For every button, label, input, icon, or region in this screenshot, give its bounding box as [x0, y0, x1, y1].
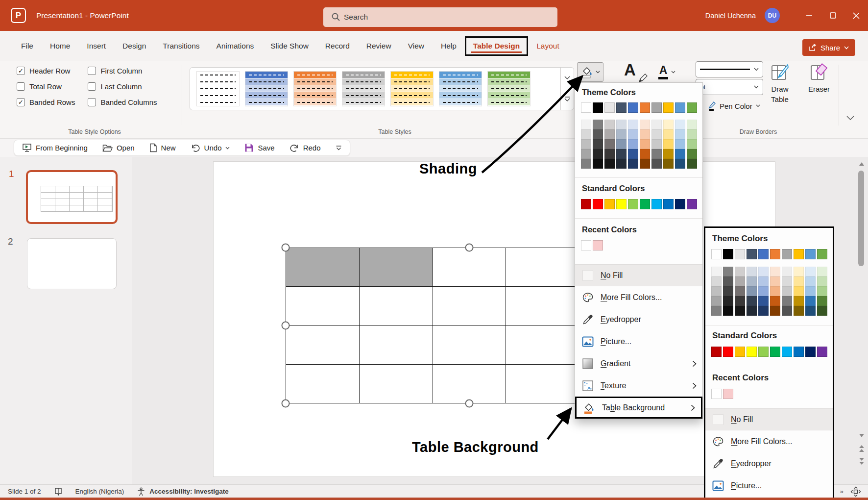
- color-variant-swatch[interactable]: [770, 286, 780, 296]
- color-variant-swatch[interactable]: [640, 129, 650, 139]
- color-swatch[interactable]: [628, 199, 638, 209]
- table-style-themed-style-accent-4[interactable]: [390, 71, 434, 106]
- color-swatch[interactable]: [616, 199, 627, 209]
- table-style-themed-style-accent-2[interactable]: [293, 71, 337, 106]
- color-variant-swatch[interactable]: [687, 159, 697, 169]
- color-variant-swatch[interactable]: [747, 267, 757, 276]
- scroll-down-icon[interactable]: [859, 433, 865, 438]
- checkbox-unchecked-icon[interactable]: [88, 67, 96, 75]
- color-variant-swatch[interactable]: [663, 129, 674, 139]
- color-variant-swatch[interactable]: [593, 120, 603, 129]
- tab-animations[interactable]: Animations: [208, 38, 263, 54]
- checkbox-last-column[interactable]: Last Column: [88, 82, 157, 91]
- color-variant-swatch[interactable]: [747, 276, 757, 286]
- color-swatch[interactable]: [581, 240, 591, 250]
- color-variant-swatch[interactable]: [593, 139, 603, 149]
- color-variant-swatch[interactable]: [616, 159, 627, 169]
- gallery-scroll-down-icon[interactable]: [564, 76, 570, 80]
- menu-item-texture[interactable]: Texture: [575, 375, 702, 397]
- redo-button[interactable]: Redo: [289, 144, 321, 152]
- color-variant-swatch[interactable]: [747, 306, 757, 316]
- table-handle-top-left[interactable]: [282, 244, 290, 252]
- color-variant-swatch[interactable]: [735, 306, 745, 316]
- color-variant-swatch[interactable]: [687, 129, 697, 139]
- color-variant-swatch[interactable]: [628, 129, 638, 139]
- color-variant-swatch[interactable]: [735, 276, 745, 286]
- color-variant-swatch[interactable]: [817, 267, 827, 276]
- tab-layout[interactable]: Layout: [528, 38, 568, 54]
- collapse-ribbon-icon[interactable]: [846, 116, 854, 121]
- fit-slide-to-window-icon[interactable]: [850, 486, 861, 497]
- color-variant-swatch[interactable]: [628, 149, 638, 159]
- color-variant-swatch[interactable]: [711, 306, 722, 316]
- table-cell[interactable]: [433, 287, 506, 325]
- color-variant-swatch[interactable]: [805, 296, 816, 306]
- color-swatch[interactable]: [770, 347, 780, 357]
- color-variant-swatch[interactable]: [723, 296, 733, 306]
- scrollbar-thumb[interactable]: [858, 171, 864, 266]
- color-variant-swatch[interactable]: [581, 139, 591, 149]
- color-variant-swatch[interactable]: [628, 120, 638, 129]
- color-swatch[interactable]: [747, 249, 757, 259]
- color-variant-swatch[interactable]: [687, 120, 697, 129]
- color-swatch[interactable]: [794, 249, 804, 259]
- color-variant-swatch[interactable]: [817, 306, 827, 316]
- color-swatch[interactable]: [758, 249, 769, 259]
- color-variant-swatch[interactable]: [758, 276, 769, 286]
- color-swatch[interactable]: [723, 347, 733, 357]
- color-variant-swatch[interactable]: [628, 159, 638, 169]
- color-variant-swatch[interactable]: [640, 159, 650, 169]
- color-variant-swatch[interactable]: [723, 286, 733, 296]
- color-swatch[interactable]: [711, 389, 722, 399]
- tab-table-design[interactable]: Table Design: [465, 36, 528, 56]
- color-variant-swatch[interactable]: [663, 120, 674, 129]
- table-cell[interactable]: [360, 326, 433, 365]
- color-variant-swatch[interactable]: [758, 306, 769, 316]
- slide-indicator[interactable]: Slide 1 of 2: [8, 488, 41, 495]
- menu-item-more-fill-colors[interactable]: More Fill Colors...: [705, 430, 833, 452]
- color-variant-swatch[interactable]: [735, 286, 745, 296]
- color-swatch[interactable]: [640, 199, 650, 209]
- tab-design[interactable]: Design: [114, 38, 154, 54]
- color-variant-swatch[interactable]: [640, 149, 650, 159]
- table-cell[interactable]: [433, 326, 506, 365]
- draw-table-button[interactable]: Draw Table: [765, 63, 795, 104]
- tab-slide-show[interactable]: Slide Show: [262, 38, 317, 54]
- eraser-button[interactable]: Eraser: [804, 63, 834, 94]
- color-swatch[interactable]: [581, 102, 591, 113]
- table-handle-top-center[interactable]: [465, 244, 474, 252]
- table-cell[interactable]: [506, 287, 579, 325]
- color-variant-swatch[interactable]: [782, 276, 792, 286]
- table-cell[interactable]: [506, 365, 579, 403]
- shading-button[interactable]: [577, 62, 603, 82]
- search-input[interactable]: Search: [323, 7, 557, 27]
- color-swatch[interactable]: [817, 249, 827, 259]
- color-variant-swatch[interactable]: [593, 149, 603, 159]
- menu-item-more-fill-colors[interactable]: More Fill Colors...: [575, 286, 702, 308]
- checkbox-first-column[interactable]: First Column: [88, 67, 157, 75]
- color-variant-swatch[interactable]: [604, 149, 615, 159]
- checkbox-unchecked-icon[interactable]: [17, 82, 25, 91]
- color-variant-swatch[interactable]: [581, 120, 591, 129]
- color-swatch[interactable]: [593, 102, 603, 113]
- color-variant-swatch[interactable]: [640, 120, 650, 129]
- tab-review[interactable]: Review: [358, 38, 400, 54]
- color-swatch[interactable]: [711, 347, 722, 357]
- table-style-themed-style-accent-1[interactable]: [245, 71, 288, 106]
- color-variant-swatch[interactable]: [735, 296, 745, 306]
- color-swatch[interactable]: [593, 199, 603, 209]
- font-color-button[interactable]: A: [658, 65, 675, 79]
- table-cell[interactable]: [433, 248, 506, 287]
- color-swatch[interactable]: [735, 249, 745, 259]
- menu-item-picture[interactable]: Picture...: [575, 330, 702, 352]
- color-variant-swatch[interactable]: [770, 296, 780, 306]
- color-variant-swatch[interactable]: [805, 267, 816, 276]
- color-swatch[interactable]: [723, 249, 733, 259]
- color-variant-swatch[interactable]: [604, 120, 615, 129]
- table-cell[interactable]: [286, 248, 360, 287]
- color-variant-swatch[interactable]: [675, 149, 685, 159]
- color-variant-swatch[interactable]: [723, 306, 733, 316]
- color-variant-swatch[interactable]: [794, 286, 804, 296]
- color-variant-swatch[interactable]: [794, 276, 804, 286]
- color-variant-swatch[interactable]: [723, 267, 733, 276]
